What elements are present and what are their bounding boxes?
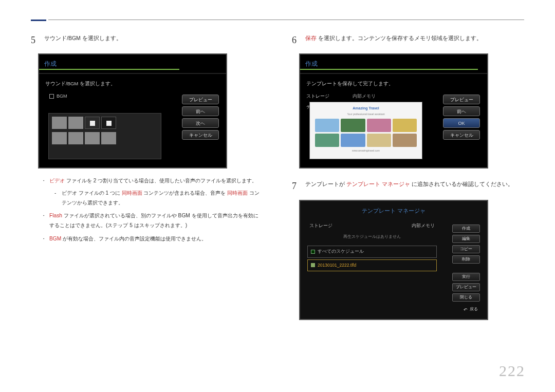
all-schedules-row[interactable]: すべてのスケジュール: [307, 246, 437, 257]
screen-step6: 作成 テンプレートを保存して完了します。 ストレージ内部メモリ テンプレート名2…: [299, 53, 488, 169]
sub-note: ビデオ ファイルの 1 つに 同時画面 コンテンツが含まれる場合、音声を 同時画…: [49, 188, 261, 208]
thumb[interactable]: [68, 132, 83, 144]
checkbox-icon[interactable]: [311, 250, 315, 254]
cancel-button[interactable]: キャンセル: [443, 130, 480, 140]
preview-button[interactable]: プレビュー: [443, 95, 480, 104]
storage-label: ストレージ: [306, 92, 353, 100]
step-5: 5 サウンド/BGM を選択します。: [31, 32, 261, 48]
step-7: 7 テンプレートが テンプレート マネージャ に追加されているか確認してください…: [292, 178, 522, 194]
storage-value: 内部メモリ: [412, 222, 435, 230]
right-column: 6 保存 を選択します。コンテンツを保存するメモリ領域を選択します。 作成 テン…: [292, 16, 522, 320]
button-stack: プレビュー 前へ 次へ キャンセル: [182, 95, 219, 140]
checkbox-icon[interactable]: [49, 94, 54, 99]
close-button[interactable]: 閉じる: [452, 293, 480, 302]
step-6: 6 保存 を選択します。コンテンツを保存するメモリ領域を選択します。: [292, 32, 522, 48]
no-schedule-text: 再生スケジュールはありません: [307, 231, 437, 242]
preview-cell: [393, 119, 417, 132]
screen-subtitle: テンプレートを保存して完了します。: [306, 79, 481, 88]
item-icon: [311, 263, 315, 267]
template-list-item[interactable]: 20130101_2222.tlfd: [307, 259, 437, 271]
run-button[interactable]: 実行: [452, 273, 480, 281]
thumb[interactable]: [101, 132, 116, 144]
ok-button[interactable]: OK: [443, 118, 480, 128]
left-column: 5 サウンド/BGM を選択します。 作成 サウンド/BGM を選択します。 B…: [31, 16, 261, 320]
step-number: 5: [31, 32, 44, 48]
preview-cell: [367, 119, 391, 132]
header-divider: [31, 20, 524, 20]
template-preview: Amazing Travel Your professional travel …: [309, 102, 422, 159]
thumb[interactable]: [85, 132, 100, 144]
header-accent: [31, 20, 48, 21]
preview-cell: [393, 134, 417, 147]
step-text: サウンド/BGM を選択します。: [44, 32, 122, 48]
prev-button[interactable]: 前へ: [443, 106, 480, 116]
template-filename: 20130101_2222.tlfd: [318, 262, 356, 269]
storage-value: 内部メモリ: [353, 92, 376, 100]
preview-cell: [341, 134, 365, 147]
screen-subtitle: サウンド/BGM を選択します。: [45, 79, 220, 88]
note-item: ビデオ ファイルを 2 つ割り当てている場合は、使用したい音声のファイルを選択し…: [43, 176, 261, 207]
preview-url: www.amazingtravel.com: [315, 148, 417, 153]
button-stack: 作成 編集 コピー 削除 実行 プレビュー 閉じる: [452, 225, 480, 302]
all-schedules-label: すべてのスケジュール: [318, 248, 364, 255]
delete-button[interactable]: 削除: [452, 255, 480, 264]
step-number: 7: [292, 178, 305, 194]
storage-row: ストレージ 内部メモリ: [307, 220, 437, 231]
thumb[interactable]: [52, 132, 67, 144]
note-item: Flash ファイルが選択されている場合、別のファイルや BGM を使用して音声…: [43, 211, 261, 231]
screen-title: 作成: [300, 54, 487, 74]
screen-step7: テンプレート マネージャ ストレージ 内部メモリ 再生スケジュールはありません …: [299, 200, 488, 320]
note-list: ビデオ ファイルを 2 つ割り当てている場合は、使用したい音声のファイルを選択し…: [43, 176, 261, 244]
checkbox-label: BGM: [57, 92, 67, 100]
button-stack: プレビュー 前へ OK キャンセル: [443, 95, 480, 140]
preview-button[interactable]: プレビュー: [452, 283, 480, 291]
thumb-selected[interactable]: [85, 117, 100, 129]
step-text: 保存 を選択します。コンテンツを保存するメモリ領域を選択します。: [305, 32, 482, 48]
thumb[interactable]: [101, 117, 116, 129]
thumb[interactable]: [68, 117, 83, 129]
note-item: BGM が有効な場合、ファイル内の音声設定機能は使用できません。: [43, 234, 261, 244]
create-button[interactable]: 作成: [452, 225, 480, 233]
preview-cell: [315, 134, 339, 147]
edit-button[interactable]: 編集: [452, 235, 480, 243]
cancel-button[interactable]: キャンセル: [182, 130, 219, 140]
thumb[interactable]: [52, 117, 67, 129]
back-button[interactable]: 戻る: [464, 306, 478, 314]
thumbnail-grid: [48, 113, 161, 159]
prev-button[interactable]: 前へ: [182, 106, 219, 116]
preview-button[interactable]: プレビュー: [182, 95, 219, 104]
preview-cell: [367, 134, 391, 147]
storage-label: ストレージ: [309, 222, 332, 230]
screen-step5: 作成 サウンド/BGM を選択します。 BGM プレビュー: [38, 53, 227, 169]
next-button[interactable]: 次へ: [182, 118, 219, 128]
preview-logo-text: Amazing Travel: [315, 105, 417, 112]
page-number: 222: [499, 362, 525, 380]
copy-button[interactable]: コピー: [452, 245, 480, 253]
preview-cell: [341, 119, 365, 132]
screen-title: 作成: [39, 54, 226, 74]
preview-cell: [315, 119, 339, 132]
step-number: 6: [292, 32, 305, 48]
screen-title: テンプレート マネージャ: [300, 201, 487, 220]
preview-tagline: Your professional travel assistant: [315, 112, 417, 117]
step-text: テンプレートが テンプレート マネージャ に追加されているか確認してください。: [305, 178, 513, 194]
